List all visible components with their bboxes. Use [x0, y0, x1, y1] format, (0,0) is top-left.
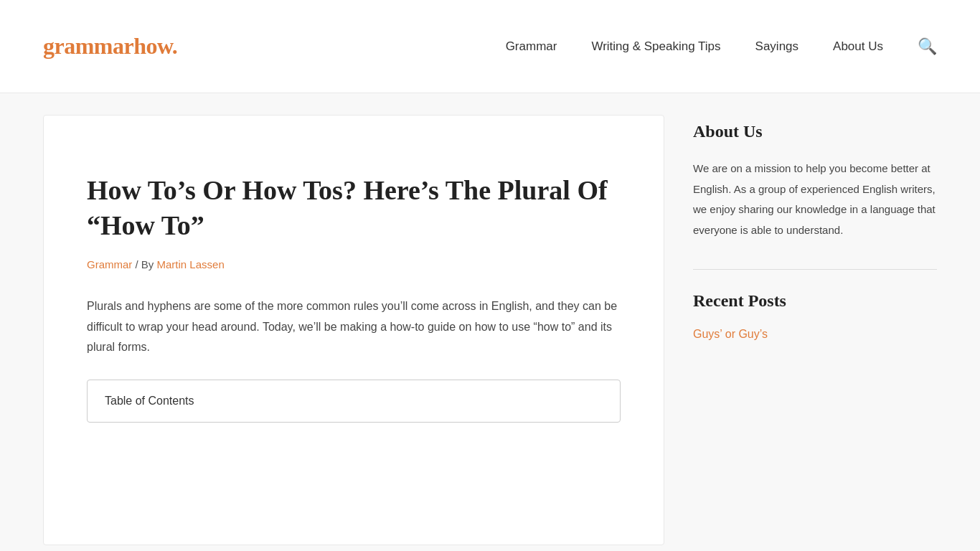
nav-item-about-us[interactable]: About Us: [833, 39, 883, 54]
main-nav: Grammar Writing & Speaking Tips Sayings …: [506, 37, 937, 56]
recent-post-guys[interactable]: Guys’ or Guy’s: [693, 328, 768, 340]
logo-text: grammarhow: [43, 33, 172, 59]
meta-category[interactable]: Grammar: [87, 258, 132, 270]
nav-item-sayings[interactable]: Sayings: [755, 39, 798, 54]
site-header: grammarhow. Grammar Writing & Speaking T…: [0, 0, 980, 93]
sidebar: About Us We are on a mission to help you…: [693, 115, 937, 545]
article-title: How To’s Or How Tos? Here’s The Plural O…: [87, 173, 621, 244]
article-container: How To’s Or How Tos? Here’s The Plural O…: [43, 115, 664, 545]
table-of-contents: Table of Contents: [87, 380, 621, 423]
sidebar-about-text: We are on a mission to help you become b…: [693, 159, 937, 240]
sidebar-about-section: About Us We are on a mission to help you…: [693, 122, 937, 240]
meta-separator: / By: [132, 258, 156, 270]
nav-item-grammar[interactable]: Grammar: [506, 39, 557, 54]
meta-author[interactable]: Martin Lassen: [157, 258, 225, 270]
main-layout: How To’s Or How Tos? Here’s The Plural O…: [0, 93, 980, 551]
toc-title: Table of Contents: [105, 395, 194, 407]
article-body: Plurals and hyphens are some of the more…: [87, 296, 621, 358]
logo-dot: .: [172, 33, 178, 59]
sidebar-divider: [693, 269, 937, 270]
sidebar-about-heading: About Us: [693, 122, 937, 141]
search-icon[interactable]: 🔍: [918, 37, 937, 56]
site-logo[interactable]: grammarhow.: [43, 33, 177, 60]
nav-item-writing-speaking-tips[interactable]: Writing & Speaking Tips: [591, 39, 720, 54]
article-meta: Grammar / By Martin Lassen: [87, 258, 621, 270]
sidebar-recent-posts-section: Recent Posts Guys’ or Guy’s: [693, 291, 937, 341]
sidebar-recent-posts-heading: Recent Posts: [693, 291, 937, 311]
